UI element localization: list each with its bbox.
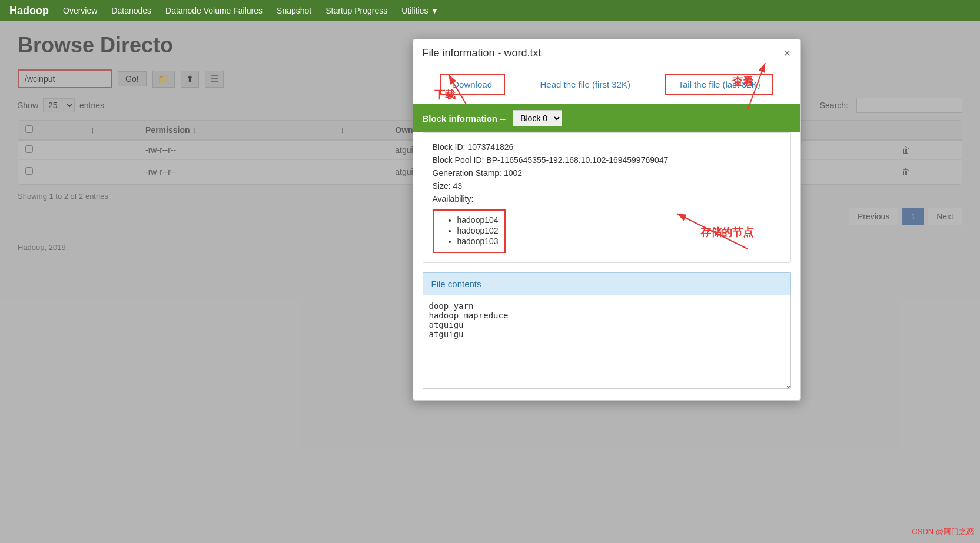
node-3: hadoop103 <box>457 236 499 246</box>
view-arrow <box>712 57 783 116</box>
nav-datanodes[interactable]: Datanodes <box>111 6 151 15</box>
watermark: CSDN @阿门之恋 <box>912 527 974 537</box>
nav-utilities[interactable]: Utilities ▼ <box>401 6 438 15</box>
block-id: Block ID: 1073741826 <box>433 142 781 152</box>
block-pool-id: Block Pool ID: BP-1165645355-192.168.10.… <box>433 155 781 165</box>
download-arrow <box>413 63 484 110</box>
svg-line-5 <box>677 214 748 249</box>
svg-line-3 <box>748 63 765 110</box>
generation-stamp: Generation Stamp: 1002 <box>433 168 781 178</box>
modal-close-button[interactable]: × <box>784 46 791 60</box>
storage-nodes-arrow <box>653 202 771 278</box>
nav-startup-progress[interactable]: Startup Progress <box>325 6 387 15</box>
modal-title: File information - word.txt <box>423 47 542 59</box>
node-1: hadoop104 <box>457 215 499 225</box>
nav-snapshot[interactable]: Snapshot <box>277 6 311 15</box>
availability-nodes-box: hadoop104 hadoop102 hadoop103 <box>433 209 506 253</box>
main-content: Browse Directo Go! 📁 ⬆ ☰ Show 25 50 100 … <box>0 21 980 543</box>
top-nav: Hadoop Overview Datanodes Datanode Volum… <box>0 0 980 21</box>
file-contents-section: File contents doop yarn hadoop mapreduce… <box>423 272 791 391</box>
availability-list: hadoop104 hadoop102 hadoop103 <box>457 215 499 246</box>
block-select[interactable]: Block 0 <box>513 110 562 126</box>
nav-overview[interactable]: Overview <box>63 6 97 15</box>
file-info-modal: File information - word.txt × Download H… <box>413 39 801 401</box>
head-file-button[interactable]: Head the file (first 32K) <box>540 79 630 89</box>
svg-line-1 <box>449 75 466 104</box>
file-contents-textarea[interactable]: doop yarn hadoop mapreduce atguigu atgui… <box>423 295 791 389</box>
brand-logo: Hadoop <box>9 5 49 17</box>
block-info-label: Block information -- <box>423 114 506 124</box>
block-size: Size: 43 <box>433 181 781 191</box>
node-2: hadoop102 <box>457 226 499 235</box>
nav-datanode-volume-failures[interactable]: Datanode Volume Failures <box>165 6 263 15</box>
